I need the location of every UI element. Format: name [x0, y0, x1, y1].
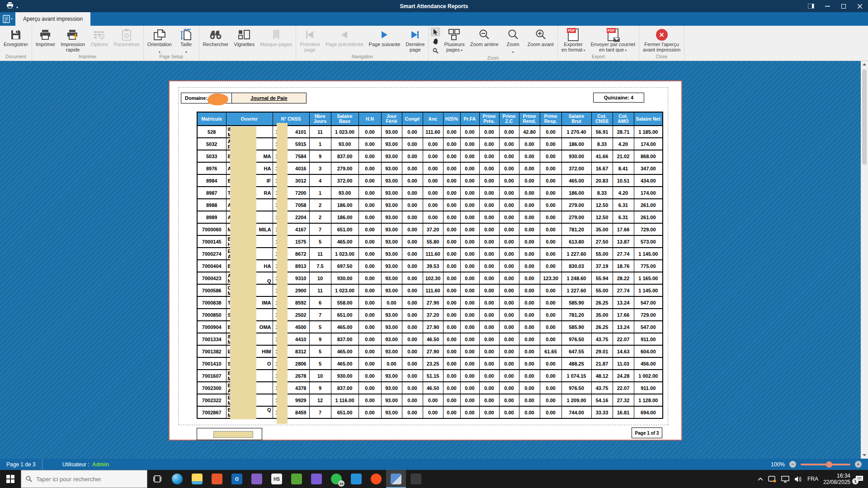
taskbar-app-report-app[interactable] — [386, 470, 406, 488]
taskbar-app-settings[interactable] — [406, 470, 426, 488]
zoom-dropdown-icon[interactable] — [512, 47, 514, 51]
zoom-out-button[interactable]: Zoom arrière — [467, 26, 501, 55]
table-cell: 1 116.00 — [331, 394, 359, 406]
thumbnails-button[interactable]: Vignettes — [231, 26, 258, 54]
table-cell: 0.00 — [460, 382, 479, 394]
pointer-tool-icon[interactable] — [431, 28, 440, 36]
table-cell: 5 — [309, 357, 331, 370]
quick-access-dropdown-icon[interactable] — [16, 2, 18, 10]
size-button[interactable]: Taille — [175, 26, 198, 54]
table-cell: 0.00 — [443, 309, 460, 321]
zoom-minus-button[interactable] — [789, 461, 796, 468]
close-preview-button[interactable]: Fermer l'aperçu avant impression — [640, 26, 683, 54]
language-indicator[interactable]: FRA — [807, 476, 818, 482]
table-cell: 12 — [309, 394, 331, 406]
last-page-button[interactable]: Dernière page — [403, 26, 427, 54]
print-button[interactable]: Imprimer — [33, 26, 58, 54]
send-email-button[interactable]: PDF Envoyer par courriel en tant que — [588, 26, 637, 54]
start-button[interactable] — [0, 470, 21, 488]
first-page-icon — [306, 28, 313, 42]
taskbar-app-notes[interactable] — [287, 470, 307, 488]
table-cell: 547.00 — [634, 321, 663, 333]
table-cell: 14.63 — [613, 345, 634, 357]
pan-tool-icon[interactable] — [431, 37, 440, 46]
table-cell: 0.00 — [443, 394, 460, 406]
search-button[interactable]: Rechercher — [200, 26, 231, 54]
taskbar-app-whatsapp[interactable]: 16 — [326, 470, 346, 488]
table-row: 7001334IMM144109837.000.0093.000.0046.50… — [197, 333, 663, 345]
task-view-button[interactable] — [147, 470, 167, 488]
taskbar-app-purple-app[interactable] — [307, 470, 326, 488]
table-cell: 0.00 — [499, 235, 519, 248]
table-cell: 16.67 — [591, 162, 613, 174]
table-cell: 0.00 — [402, 187, 423, 199]
zoom-in-button[interactable]: Zoom avant — [525, 26, 557, 55]
app-menu-button[interactable] — [0, 12, 15, 26]
taskbar-search[interactable] — [21, 470, 147, 488]
zoom-plus-button[interactable] — [855, 461, 862, 468]
taskbar-app-outlook[interactable]: O — [227, 470, 247, 488]
table-row: 7001607BOM1267810930.000.0093.000.0051.1… — [197, 370, 663, 382]
table-cell: 911.00 — [634, 382, 663, 394]
save-button[interactable]: Enregistrer — [1, 26, 31, 54]
quick-print-icon — [66, 28, 79, 42]
orientation-dropdown-icon[interactable] — [159, 47, 160, 51]
taskbar-app-visual-studio[interactable] — [247, 470, 267, 488]
layout-toggle-button[interactable] — [803, 0, 819, 12]
table-cell: 8984 — [197, 174, 226, 187]
close-button[interactable] — [852, 0, 868, 12]
table-cell: 0.00 — [519, 199, 540, 211]
search-input[interactable] — [36, 476, 136, 483]
quick-print-button[interactable]: Impression rapide — [58, 26, 88, 54]
volume-icon[interactable] — [794, 476, 802, 483]
taskbar-app-edge[interactable] — [167, 470, 187, 488]
taskbar-app-store[interactable] — [207, 470, 227, 488]
taskbar-app-vscode[interactable] — [346, 470, 366, 488]
minimize-button[interactable] — [819, 0, 835, 12]
table-cell: 0.00 — [479, 272, 499, 284]
printer-icon[interactable] — [6, 2, 14, 10]
scroll-up-icon[interactable] — [863, 63, 866, 66]
tab-apercu-avant-impression[interactable]: Aperçu avant impression — [15, 12, 90, 26]
taskbar-app-hs-app[interactable]: HS — [267, 470, 287, 488]
zoom-slider[interactable] — [801, 464, 850, 465]
table-cell: 6.31 — [613, 199, 634, 211]
orientation-button[interactable]: Orientation — [145, 26, 175, 54]
table-cell: 7000060 — [197, 223, 226, 235]
size-dropdown-icon[interactable] — [185, 47, 187, 51]
save-icon — [10, 28, 21, 42]
table-cell: 0.00 — [423, 406, 443, 418]
zoom-region-tool-icon[interactable] — [431, 47, 440, 55]
column-header: Salaire Brut — [561, 112, 591, 126]
taskbar-app-file-explorer[interactable] — [187, 470, 207, 488]
table-cell: 0.00 — [359, 321, 381, 333]
tray-chevron-icon[interactable] — [758, 477, 763, 481]
table-cell: 0.00 — [540, 394, 561, 406]
zoom-slider-thumb[interactable] — [826, 461, 832, 468]
previous-page-button: Page précédente — [323, 26, 366, 54]
title-bar: Smart Attendance Reports — [0, 0, 868, 12]
table-cell: 0.00 — [499, 138, 519, 150]
table-cell: 0.00 — [443, 187, 460, 199]
network-icon[interactable] — [781, 476, 789, 483]
clock[interactable]: 16:34 22/08/2025 — [823, 473, 850, 485]
table-cell: 7000850 — [197, 309, 226, 321]
table-cell: 46.50 — [423, 382, 443, 394]
multiple-pages-button[interactable]: Plusieurs pages — [441, 26, 467, 55]
preview-scrollbar[interactable] — [861, 61, 868, 459]
maximize-button[interactable] — [835, 0, 852, 12]
table-cell: 0.00 — [443, 284, 460, 296]
page-size-icon — [180, 28, 192, 42]
table-cell: 0.00 — [479, 235, 499, 248]
zoom-button[interactable]: Zoom — [501, 26, 525, 55]
export-format-button[interactable]: PDF Exporter en format — [559, 26, 588, 54]
taskbar-app-brave[interactable] — [366, 470, 386, 488]
scrollbar-thumb[interactable] — [862, 70, 867, 164]
table-cell: 930.00 — [561, 150, 591, 162]
scroll-down-icon[interactable] — [863, 454, 866, 456]
next-page-button[interactable]: Page suivante — [366, 26, 403, 54]
table-cell: 0.00 — [540, 223, 561, 235]
print-preview-area[interactable]: Domaine: Journal de Paie Quinzaine: 4 Ma… — [0, 61, 868, 459]
cast-icon[interactable] — [768, 476, 776, 483]
notification-center-button[interactable]: 1 — [855, 475, 863, 483]
